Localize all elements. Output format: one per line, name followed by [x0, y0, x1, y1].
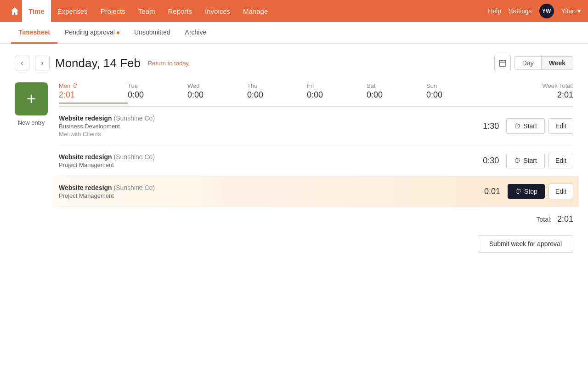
entry-client: (Sunshine Co) [114, 153, 155, 161]
view-toggle: Day Week [514, 56, 573, 70]
entry-row: Website redesign (Sunshine Co) Project M… [59, 145, 573, 176]
edit-button-2[interactable]: Edit [548, 153, 573, 168]
entry-project: Website redesign (Sunshine Co) [59, 184, 477, 191]
start-button-2[interactable]: ⏱ Start [506, 153, 545, 168]
day-hours-tue: 0:00 [128, 90, 187, 100]
nav-item-time[interactable]: Time [22, 0, 51, 22]
total-row: Total: 2:01 [59, 207, 573, 231]
week-total-hours: 2:01 [486, 90, 573, 100]
entry-client: (Sunshine Co) [114, 115, 155, 122]
entry-project-name: Website redesign [59, 115, 112, 122]
content-row: + New entry Mon ⏱ 2:01 Tue 0:00 Wed 0:00 [15, 82, 573, 253]
nav-item-expenses[interactable]: Expenses [51, 0, 94, 22]
view-day-button[interactable]: Day [515, 57, 542, 69]
svg-rect-0 [499, 60, 506, 66]
nav-item-invoices[interactable]: Invoices [198, 0, 237, 22]
new-entry-button[interactable]: + [15, 82, 48, 115]
date-header-row: ‹ › Monday, 14 Feb Return to today Day W… [15, 55, 573, 71]
day-col-tue: Tue 0:00 [128, 82, 187, 103]
day-hours-sat: 0:00 [367, 90, 426, 100]
settings-link[interactable]: Settings [509, 7, 532, 15]
day-col-sun: Sun 0:00 [426, 82, 486, 103]
entry-info: Website redesign (Sunshine Co) Business … [59, 115, 476, 138]
new-entry-label: New entry [18, 119, 45, 126]
entry-note: Met with Clients [59, 131, 476, 138]
start-button-1[interactable]: ⏱ Start [506, 118, 545, 134]
nav-item-reports[interactable]: Reports [162, 0, 199, 22]
edit-button-1[interactable]: Edit [548, 118, 573, 134]
day-label-mon: Mon ⏱ [59, 82, 128, 89]
day-col-sat: Sat 0:00 [367, 82, 426, 103]
nav-item-projects[interactable]: Projects [94, 0, 132, 22]
tab-archive[interactable]: Archive [178, 22, 214, 44]
view-controls: Day Week [494, 55, 573, 71]
tab-pending-approval[interactable]: Pending approval [57, 22, 127, 44]
day-label-sun: Sun [426, 82, 486, 89]
main-content: ‹ › Monday, 14 Feb Return to today Day W… [0, 44, 588, 264]
entry-row-active: Website redesign (Sunshine Co) Project M… [53, 176, 579, 207]
day-hours-mon: 2:01 [59, 90, 128, 100]
clock-icon: ⏱ [515, 188, 521, 195]
day-label-tue: Tue [128, 82, 187, 89]
avatar: YW [539, 4, 554, 18]
current-date: Monday, 14 Feb [55, 56, 141, 70]
edit-button-3[interactable]: Edit [548, 184, 573, 199]
entries-list: Website redesign (Sunshine Co) Business … [59, 107, 573, 207]
timesheet: Mon ⏱ 2:01 Tue 0:00 Wed 0:00 Thu 0:00 Fr… [59, 82, 573, 253]
total-label: Total: [536, 216, 551, 223]
week-total-label: Week Total: [486, 82, 573, 89]
day-col-wed: Wed 0:00 [187, 82, 247, 103]
entry-client: (Sunshine Co) [114, 184, 155, 191]
day-label-wed: Wed [187, 82, 247, 89]
day-col-mon: Mon ⏱ 2:01 [59, 82, 128, 104]
entry-project-name: Website redesign [59, 153, 112, 161]
submit-row: Submit week for approval [59, 235, 573, 253]
total-value: 2:01 [557, 214, 573, 224]
submit-week-button[interactable]: Submit week for approval [478, 235, 573, 253]
entry-row: Website redesign (Sunshine Co) Business … [59, 107, 573, 145]
day-hours-sun: 0:00 [426, 90, 486, 100]
entry-category: Business Development [59, 123, 476, 130]
day-hours-fri: 0:00 [307, 90, 367, 100]
entry-category: Project Management [59, 192, 477, 199]
sub-nav: Timesheet Pending approval Unsubmitted A… [0, 22, 588, 44]
nav-right: Help Settings YW Yitao ▾ [488, 4, 581, 18]
help-link[interactable]: Help [488, 7, 501, 15]
entry-info: Website redesign (Sunshine Co) Project M… [59, 153, 476, 168]
entry-project: Website redesign (Sunshine Co) [59, 115, 476, 122]
week-total-col: Week Total: 2:01 [486, 82, 573, 103]
calendar-picker-button[interactable] [494, 55, 511, 71]
return-to-today-link[interactable]: Return to today [148, 60, 189, 67]
view-week-button[interactable]: Week [542, 57, 573, 69]
day-col-thu: Thu 0:00 [247, 82, 307, 103]
tab-timesheet[interactable]: Timesheet [11, 22, 57, 44]
next-week-button[interactable]: › [35, 56, 50, 70]
pending-dot [117, 31, 119, 34]
entry-project: Website redesign (Sunshine Co) [59, 153, 476, 161]
entry-time: 0:30 [476, 156, 499, 166]
day-label-sat: Sat [367, 82, 426, 89]
top-nav: Time Expenses Projects Team Reports Invo… [0, 0, 588, 22]
clock-icon: ⏱ [514, 122, 520, 130]
day-hours-wed: 0:00 [187, 90, 247, 100]
stop-button[interactable]: ⏱ Stop [508, 184, 545, 199]
nav-item-manage[interactable]: Manage [237, 0, 274, 22]
user-menu[interactable]: Yitao ▾ [561, 7, 581, 15]
entry-time: 1:30 [476, 121, 499, 131]
entry-project-name: Website redesign [59, 184, 112, 191]
entry-info: Website redesign (Sunshine Co) Project M… [59, 184, 477, 199]
day-hours-thu: 0:00 [247, 90, 307, 100]
day-col-fri: Fri 0:00 [307, 82, 367, 103]
nav-item-team[interactable]: Team [132, 0, 162, 22]
clock-icon: ⏱ [514, 157, 520, 164]
days-row: Mon ⏱ 2:01 Tue 0:00 Wed 0:00 Thu 0:00 Fr… [59, 82, 573, 107]
entry-time-active: 0:01 [477, 187, 500, 196]
new-entry-column: + New entry [15, 82, 48, 126]
tab-unsubmitted[interactable]: Unsubmitted [127, 22, 178, 44]
prev-week-button[interactable]: ‹ [15, 56, 29, 70]
home-icon[interactable] [7, 4, 22, 18]
day-label-fri: Fri [307, 82, 367, 89]
entry-category: Project Management [59, 161, 476, 168]
day-label-thu: Thu [247, 82, 307, 89]
